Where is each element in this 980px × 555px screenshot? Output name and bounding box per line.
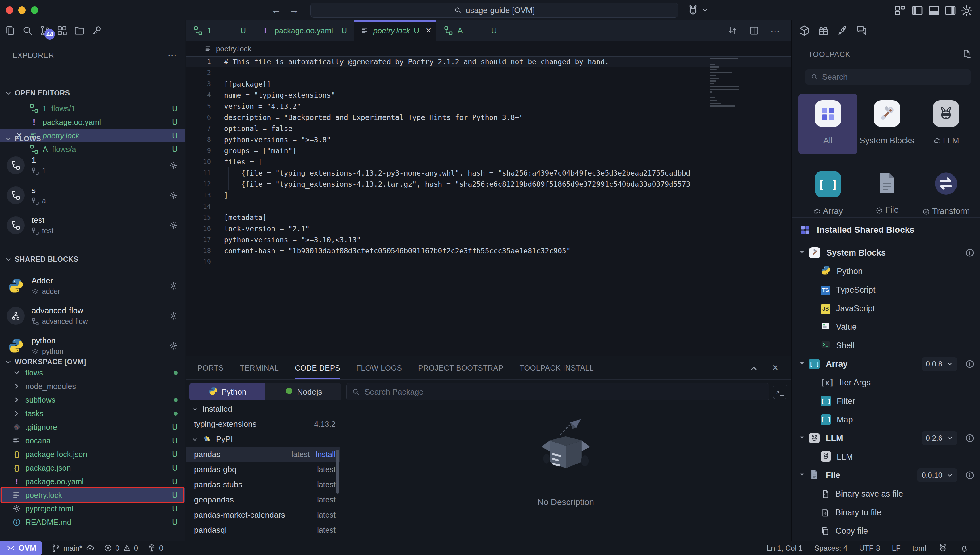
panel-tab-TOOLPACK INSTALL[interactable]: TOOLPACK INSTALL <box>520 356 594 380</box>
toolpack-block-Copy file[interactable]: Copy file <box>808 521 980 540</box>
toolpack-section-File[interactable]: File 0.0.10 <box>791 466 980 484</box>
open-editor-row[interactable]: 1 flows/1 U <box>0 102 185 115</box>
flow-item[interactable]: 1 1 <box>0 150 185 180</box>
package-search-input[interactable]: Search Package <box>346 383 769 401</box>
panel-tab-PORTS[interactable]: PORTS <box>197 356 224 380</box>
terminal-button[interactable]: >_ <box>773 385 787 399</box>
package-row-pandas-market-calendars[interactable]: pandas-market-calendars latest <box>186 507 340 523</box>
panel-tab-TERMINAL[interactable]: TERMINAL <box>240 356 279 380</box>
workspace-item-tasks[interactable]: tasks <box>0 407 185 420</box>
shared-block-item[interactable]: Adder adder <box>0 271 185 301</box>
window-maximize-button[interactable] <box>31 6 38 14</box>
toolpack-block-Binary save as file[interactable]: Binary save as file <box>808 484 980 503</box>
toggle-right-sidebar-icon[interactable] <box>944 4 956 18</box>
problems-item[interactable]: 0 0 <box>104 544 138 553</box>
panel-tab-FLOW LOGS[interactable]: FLOW LOGS <box>356 356 402 380</box>
package-row-pandas[interactable]: pandas latest Install <box>186 447 340 462</box>
toolpack-block-Binary to file[interactable]: Binary to file <box>808 503 980 521</box>
editor-tab-package.oo.yaml[interactable]: ! package.oo.yaml U <box>253 21 354 41</box>
package-row-typing-extensions[interactable]: typing-extensions 4.13.2 <box>186 417 340 432</box>
panel-tab-CODE DEPS[interactable]: CODE DEPS <box>295 356 340 380</box>
editor-tab-1[interactable]: 1 U <box>186 21 253 41</box>
sync-editors-icon[interactable] <box>727 25 738 36</box>
settings-gear-icon[interactable] <box>960 4 973 17</box>
package-row-pandas-gbq[interactable]: pandas-gbq latest <box>186 462 340 477</box>
flow-item[interactable]: s a <box>0 180 185 210</box>
source-control-tab-icon[interactable]: 44 <box>39 25 51 37</box>
flows-header[interactable]: FLOWS <box>0 135 185 143</box>
workspace-item-node_modules[interactable]: node_modules <box>0 380 185 393</box>
open-editors-header[interactable]: OPEN EDITORS <box>0 89 185 97</box>
close-icon[interactable]: ✕ <box>426 26 432 35</box>
git-branch-item[interactable]: main* <box>51 544 94 553</box>
editor-tab-poetry.lock[interactable]: poetry.lock U ✕ <box>354 21 436 41</box>
rocket-tab-icon[interactable] <box>837 25 849 37</box>
package-group-Installed[interactable]: Installed <box>186 401 340 417</box>
version-select[interactable]: 0.0.8 <box>922 357 957 371</box>
toolpack-block-Filter[interactable]: [ ] Filter <box>808 392 980 411</box>
package-row-pandasql[interactable]: pandasql latest <box>186 523 340 538</box>
toggle-panel-icon[interactable] <box>928 4 940 18</box>
runtime-Nodejs[interactable]: Nodejs <box>266 383 341 401</box>
panel-maximize-icon[interactable] <box>749 363 758 373</box>
toolpack-tile-Array[interactable]: [ ]Array <box>798 164 857 225</box>
runtime-Python[interactable]: Python <box>189 383 266 401</box>
toolpack-tile-LLM[interactable]: LLM <box>917 94 976 154</box>
package-row-geopandas[interactable]: geopandas latest <box>186 492 340 507</box>
toolpack-block-JavaScript[interactable]: JS JavaScript <box>808 299 980 318</box>
toggle-left-sidebar-icon[interactable] <box>911 4 924 18</box>
folder-tab-icon[interactable] <box>74 25 85 37</box>
toolpack-section-LLM[interactable]: LLM 0.2.6 <box>791 429 980 448</box>
toolpack-block-Python[interactable]: Python <box>808 262 980 281</box>
gear-icon[interactable] <box>169 161 178 170</box>
version-select[interactable]: 0.2.6 <box>922 431 957 445</box>
info-icon[interactable] <box>965 471 974 480</box>
scrollbar-thumb[interactable] <box>336 450 339 494</box>
window-minimize-button[interactable] <box>18 6 26 14</box>
chat-tab-icon[interactable] <box>856 25 868 37</box>
breadcrumb[interactable]: poetry.lock <box>186 41 791 56</box>
flow-item[interactable]: test test <box>0 210 185 240</box>
info-icon[interactable] <box>965 433 974 443</box>
gift-tab-icon[interactable] <box>817 25 829 37</box>
eol[interactable]: LF <box>892 544 901 553</box>
workspace-item-poetry.lock[interactable]: poetry.lockU <box>0 488 185 502</box>
toolpack-tab-icon[interactable] <box>798 25 810 37</box>
gear-icon[interactable] <box>169 221 178 229</box>
workspace-header[interactable]: WORKSPACE [OVM] <box>0 358 185 366</box>
workspace-item-package.json[interactable]: { } package.jsonU <box>0 461 185 475</box>
workspace-item-subflows[interactable]: subflows <box>0 393 185 407</box>
toolpack-section-Array[interactable]: [ ] Array 0.0.8 <box>791 355 980 373</box>
gear-icon[interactable] <box>169 191 178 200</box>
forward-arrow-icon[interactable]: → <box>289 4 299 16</box>
toolpack-block-LLM[interactable]: LLM <box>808 448 980 466</box>
workspace-item-README.md[interactable]: README.mdU <box>0 515 185 529</box>
workspace-item-.gitignore[interactable]: .gitignoreU <box>0 420 185 434</box>
workspace-item-package.oo.yaml[interactable]: ! package.oo.yamlU <box>0 475 185 488</box>
split-editor-icon[interactable] <box>749 25 759 36</box>
info-icon[interactable] <box>965 359 974 369</box>
editor-tab-A[interactable]: A U <box>436 21 504 41</box>
package-row-pandas-stubs[interactable]: pandas-stubs latest <box>186 477 340 492</box>
explorer-tab-icon[interactable] <box>4 25 16 37</box>
editor-more-actions-icon[interactable]: ⋯ <box>770 25 780 36</box>
package-group-PyPI[interactable]: PyPI <box>186 432 340 447</box>
toolpack-block-TypeScript[interactable]: TS TypeScript <box>808 281 980 299</box>
rabbit-status-icon[interactable] <box>938 543 948 553</box>
code-editor[interactable]: 1# This file is automatically @generated… <box>186 56 791 356</box>
gear-icon[interactable] <box>169 311 178 320</box>
shared-blocks-header[interactable]: SHARED BLOCKS <box>0 255 185 264</box>
gear-icon[interactable] <box>169 282 178 290</box>
shared-block-item[interactable]: advanced-flow advanced-flow <box>0 301 185 330</box>
toolpack-block-Value[interactable]: Value <box>808 318 980 336</box>
language-mode[interactable]: toml <box>912 544 926 553</box>
cursor-position[interactable]: Ln 1, Col 1 <box>767 544 803 553</box>
assistant-menu[interactable] <box>687 4 708 17</box>
install-link[interactable]: Install <box>315 450 336 459</box>
toolpack-tile-System Blocks[interactable]: System Blocks <box>857 94 916 154</box>
workspace-item-flows[interactable]: flows <box>0 366 185 380</box>
key-tab-icon[interactable] <box>91 25 102 37</box>
version-select[interactable]: 0.0.10 <box>917 468 957 482</box>
back-arrow-icon[interactable]: ← <box>271 4 281 16</box>
open-editor-row[interactable]: ! package.oo.yaml U <box>0 115 185 129</box>
